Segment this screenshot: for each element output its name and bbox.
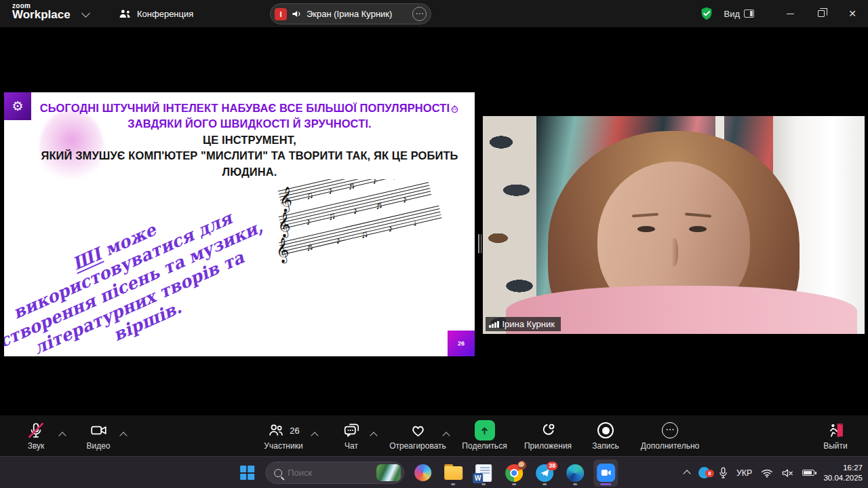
leave-label: Выйти — [814, 441, 857, 451]
participant-video[interactable]: Ірина Курник — [483, 116, 865, 334]
close-button[interactable]: ✕ — [837, 0, 868, 27]
gear-hand-icon: ⚙ — [12, 98, 23, 114]
telegram-badge: 38 — [547, 462, 557, 470]
chat-icon — [342, 421, 361, 439]
taskbar-item-edge[interactable] — [563, 459, 587, 487]
share-screen-button[interactable]: Поделиться — [456, 420, 513, 451]
person-eye — [689, 226, 707, 232]
audio-options-chevron[interactable] — [58, 432, 66, 439]
tray-hidden-icons-chevron[interactable] — [683, 470, 690, 477]
slide-body-line3: ЛЮДИНА. — [31, 164, 468, 180]
leave-button[interactable]: Выйти — [814, 420, 857, 451]
taskbar-item-copilot[interactable] — [410, 459, 435, 487]
person-eye — [637, 226, 655, 232]
audio-button[interactable]: Звук — [16, 420, 56, 451]
participants-count: 26 — [290, 426, 299, 436]
window-titlebar: zoom Workplace Конференция І Экран (Ірин… — [0, 0, 868, 27]
share-pill-label: Экран (Ірина Курник) — [307, 9, 408, 19]
taskbar-item-word[interactable]: W — [471, 459, 496, 487]
chat-label: Чат — [334, 441, 369, 451]
tray-language[interactable]: УКР — [736, 468, 753, 478]
speaker-muted-icon[interactable] — [782, 468, 793, 478]
tray-time: 16:27 — [823, 463, 863, 473]
taskbar-item-explorer[interactable] — [441, 459, 465, 487]
file-explorer-icon — [444, 466, 462, 480]
security-shield-icon[interactable] — [699, 6, 714, 21]
sharer-avatar: І — [275, 8, 287, 20]
minimize-icon — [787, 14, 794, 14]
battery-icon[interactable] — [802, 470, 814, 476]
start-button[interactable] — [235, 459, 259, 487]
share-screen-icon — [475, 420, 495, 440]
video-options-chevron[interactable] — [119, 432, 127, 439]
tray-clock[interactable]: 16:27 30.04.2025 — [823, 463, 863, 483]
video-label: Видео — [76, 441, 121, 451]
taskbar-search[interactable] — [265, 462, 404, 484]
restore-icon — [818, 10, 825, 17]
restore-button[interactable] — [806, 0, 837, 27]
more-button[interactable]: ⋯ Дополнительно — [631, 420, 709, 451]
close-icon: ✕ — [848, 8, 856, 19]
audio-label: Звук — [16, 441, 56, 451]
meeting-people-icon — [119, 9, 132, 19]
tray-telegram-icon[interactable]: 8 — [698, 467, 710, 478]
svg-text:𝄞: 𝄞 — [279, 186, 292, 213]
handwritten-note: ШІ може використовуватися для створення … — [4, 179, 285, 356]
svg-text:𝄞: 𝄞 — [277, 211, 292, 239]
slide-title-line2: ЗАВДЯКИ ЙОГО ШВИДКОСТІ Й ЗРУЧНОСТІ. — [31, 116, 468, 132]
active-share-pill[interactable]: І Экран (Ірина Курник) ⋯ — [270, 3, 431, 24]
wifi-icon[interactable] — [761, 468, 773, 478]
record-label: Запись — [585, 441, 627, 451]
camera-icon — [90, 421, 108, 439]
search-input[interactable] — [288, 468, 371, 478]
record-button[interactable]: Запись — [585, 420, 627, 451]
panel-resize-handle[interactable] — [478, 234, 482, 253]
participants-label: Участники — [250, 441, 317, 451]
participant-nametag: Ірина Курник — [486, 317, 561, 331]
tab-conference-label: Конференция — [137, 9, 193, 19]
react-label: Отреагировать — [384, 441, 452, 451]
person-nose — [669, 238, 678, 267]
layout-view-icon — [744, 10, 754, 18]
meeting-toolbar: Звук Видео 26 Участники — [0, 415, 868, 456]
participants-button[interactable]: 26 Участники — [250, 420, 317, 451]
chrome-icon — [505, 464, 523, 482]
taskbar-item-chrome[interactable] — [502, 459, 526, 487]
tray-mic-icon[interactable] — [719, 467, 728, 478]
share-options-button[interactable]: ⋯ — [412, 7, 427, 21]
speaker-icon — [292, 10, 302, 18]
chrome-notification-badge — [517, 461, 526, 470]
view-button-label: Вид — [724, 9, 740, 19]
slide-body-line1: ЦЕ ІНСТРУМЕНТ, — [31, 132, 468, 148]
chevron-down-icon[interactable] — [81, 9, 90, 18]
chat-options-chevron[interactable] — [370, 432, 377, 439]
apps-icon — [539, 421, 557, 439]
robot-icon — [450, 105, 459, 113]
search-daily-image[interactable] — [376, 464, 401, 481]
search-icon — [274, 469, 282, 477]
tab-conference[interactable]: Конференция — [112, 0, 200, 27]
apps-label: Приложения — [517, 441, 579, 451]
ellipsis-icon: ⋯ — [416, 9, 424, 18]
shared-screen-slide: ⚙ СЬОГОДНІ ШТУЧНИЙ ІНТЕЛЕКТ НАБУВАЄ ВСЕ … — [4, 92, 475, 356]
minimize-button[interactable] — [774, 0, 806, 27]
zoom-workplace-brand: zoom Workplace — [12, 2, 71, 22]
brand-workplace-label: Workplace — [12, 8, 71, 22]
word-icon: W — [475, 464, 492, 482]
slide-text-block: СЬОГОДНІ ШТУЧНИЙ ІНТЕЛЕКТ НАБУВАЄ ВСЕ БІ… — [31, 100, 468, 180]
apps-button[interactable]: Приложения — [517, 420, 579, 451]
participants-icon — [267, 421, 285, 439]
video-button[interactable]: Видео — [76, 420, 121, 451]
taskbar-item-zoom[interactable] — [593, 459, 618, 487]
view-button[interactable]: Вид — [724, 9, 754, 19]
taskbar-item-telegram[interactable]: 38 — [532, 459, 557, 487]
windows-start-icon — [240, 466, 254, 480]
more-label: Дополнительно — [631, 441, 709, 451]
share-screen-label: Поделиться — [456, 441, 513, 451]
windows-taskbar: W 38 8 — [0, 456, 868, 488]
slide-page-number: 26 — [448, 331, 475, 356]
tray-telegram-badge: 8 — [705, 470, 714, 477]
record-icon — [597, 422, 614, 438]
leave-door-icon — [827, 421, 845, 439]
chat-button[interactable]: Чат — [334, 420, 369, 451]
